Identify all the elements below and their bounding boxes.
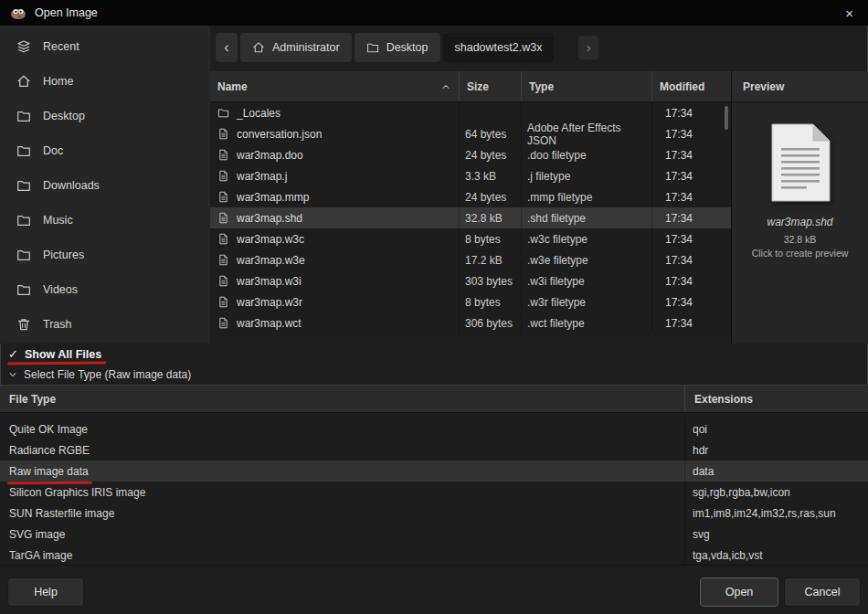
preview-hint: Click to create preview	[732, 248, 868, 259]
column-header-file-type[interactable]: File Type	[0, 386, 685, 412]
file-icon	[217, 254, 229, 266]
help-button[interactable]: Help	[7, 577, 84, 607]
chevron-down-icon	[7, 369, 18, 380]
file-row-locales[interactable]: _Locales 17:34	[210, 102, 731, 123]
chevron-right-icon: ›	[587, 40, 591, 55]
file-type-row-quite-ok-image[interactable]: Quite OK Image qoi	[0, 418, 868, 439]
file-row-war3map-w3r[interactable]: war3map.w3r 8 bytes .w3r filetype 17:34	[210, 291, 731, 312]
open-button[interactable]: Open	[700, 577, 778, 607]
back-button[interactable]: ‹	[216, 33, 238, 62]
file-icon	[217, 233, 229, 245]
select-file-type-label: Select File Type (Raw image data)	[24, 368, 191, 381]
sidebar-item-trash[interactable]: Trash	[0, 307, 210, 342]
folder-icon	[16, 248, 31, 262]
file-icon	[217, 212, 229, 224]
breadcrumb-shadowtest2[interactable]: shadowtest2.w3x	[443, 33, 555, 62]
folder-icon	[217, 107, 229, 119]
sidebar-item-downloads[interactable]: Downloads	[0, 168, 210, 203]
file-type-row-sgi-iris[interactable]: Silicon Graphics IRIS image sgi,rgb,rgba…	[0, 482, 868, 503]
file-row-war3map-j[interactable]: war3map.j 3.3 kB .j filetype 17:34	[210, 165, 731, 186]
title-bar: Open Image ×	[0, 0, 868, 26]
file-icon	[217, 296, 229, 308]
file-row-war3map-mmp[interactable]: war3map.mmp 24 bytes .mmp filetype 17:34	[210, 186, 731, 207]
dialog-footer: Help Open Cancel	[0, 565, 868, 614]
preview-panel[interactable]: Preview war3map.shd 32.8 kB Click to cre…	[731, 71, 868, 344]
column-header-size[interactable]: Size	[460, 71, 522, 101]
file-type-row-raw-image-data[interactable]: Raw image data data	[0, 460, 868, 482]
window-title: Open Image	[35, 6, 98, 19]
folder-icon	[16, 213, 31, 228]
column-header-modified[interactable]: Modified	[652, 71, 731, 101]
folder-icon	[16, 109, 31, 123]
preview-header: Preview	[732, 71, 868, 102]
folder-icon	[16, 178, 31, 193]
column-header-name[interactable]: Name	[210, 71, 460, 101]
close-icon[interactable]: ×	[840, 5, 859, 22]
open-image-dialog: { "window": { "title": "Open Image" }, "…	[0, 0, 868, 614]
sidebar-item-pictures[interactable]: Pictures	[0, 238, 210, 272]
file-row-war3map-w3e[interactable]: war3map.w3e 17.2 kB .w3e filetype 17:34	[210, 249, 731, 270]
file-type-row-targa-image[interactable]: TarGA image tga,vda,icb,vst	[0, 545, 868, 565]
breadcrumb-desktop[interactable]: Desktop	[355, 33, 440, 62]
sidebar-item-recent[interactable]: Recent	[0, 29, 210, 64]
file-icon	[217, 275, 229, 287]
places-sidebar: Recent Home Desktop Doc Downloads Music …	[0, 26, 210, 344]
annotation-underline-raw-image-data	[7, 482, 92, 485]
checkmark-icon: ✓	[8, 347, 18, 361]
file-icon	[217, 170, 229, 182]
file-icon	[217, 191, 229, 203]
column-header-extensions[interactable]: Extensions	[685, 386, 868, 412]
file-row-war3map-shd[interactable]: war3map.shd 32.8 kB .shd filetype 17:34	[210, 207, 731, 228]
file-type-list: Quite OK Image qoi Radiance RGBE hdr Raw…	[0, 413, 868, 565]
folder-icon	[366, 41, 379, 54]
breadcrumb: ‹ Administrator Desktop shadowtest2.w3x …	[210, 26, 868, 69]
sidebar-item-doc[interactable]: Doc	[0, 133, 210, 168]
document-preview-icon	[767, 122, 833, 203]
annotation-underline-show-all-files	[7, 362, 106, 365]
file-row-war3map-doo[interactable]: war3map.doo 24 bytes .doo filetype 17:34	[210, 144, 731, 165]
preview-body[interactable]: war3map.shd 32.8 kB Click to create prev…	[732, 122, 868, 259]
file-type-row-sun-rasterfile[interactable]: SUN Rasterfile image im1,im8,im24,im32,r…	[0, 503, 868, 524]
file-icon	[217, 149, 229, 161]
sidebar-item-music[interactable]: Music	[0, 203, 210, 238]
file-type-row-svg-image[interactable]: SVG image svg	[0, 524, 868, 545]
file-row-war3map-w3i[interactable]: war3map.w3i 303 bytes .w3i filetype 17:3…	[210, 270, 731, 291]
file-list-scrollbar[interactable]	[725, 106, 728, 130]
file-row-war3map-wct[interactable]: war3map.wct 306 bytes .wct filetype 17:3…	[210, 312, 731, 333]
trash-icon	[16, 317, 31, 332]
recent-icon	[16, 39, 31, 54]
file-list: _Locales 17:34 conversation.json 64 byte…	[210, 102, 731, 336]
file-type-row-radiance-rgbe[interactable]: Radiance RGBE hdr	[0, 439, 868, 460]
cancel-button[interactable]: Cancel	[784, 577, 861, 607]
app-wilber-icon	[9, 5, 27, 20]
column-header-type[interactable]: Type	[522, 71, 652, 101]
home-icon	[252, 41, 265, 54]
sidebar-item-home[interactable]: Home	[0, 64, 210, 99]
breadcrumb-administrator[interactable]: Administrator	[240, 33, 352, 62]
file-icon	[217, 317, 229, 329]
file-type-table-header: File Type Extensions	[0, 385, 868, 413]
file-list-header: Name Size Type Modified	[210, 71, 731, 102]
chevron-left-icon: ‹	[224, 39, 228, 56]
file-icon	[217, 128, 229, 140]
select-file-type-expander[interactable]: Select File Type (Raw image data)	[0, 365, 191, 384]
sidebar-item-desktop[interactable]: Desktop	[0, 99, 210, 133]
preview-filesize: 32.8 kB	[732, 234, 868, 245]
file-row-conversation-json[interactable]: conversation.json 64 bytes Adobe After E…	[210, 123, 731, 144]
preview-filename: war3map.shd	[732, 216, 868, 228]
sidebar-item-videos[interactable]: Videos	[0, 272, 210, 307]
file-row-war3map-w3c[interactable]: war3map.w3c 8 bytes .w3c filetype 17:34	[210, 228, 731, 249]
forward-button[interactable]: ›	[578, 36, 598, 59]
folder-icon	[16, 143, 31, 158]
home-icon	[16, 74, 31, 89]
sort-ascending-icon	[440, 81, 451, 92]
folder-icon	[16, 282, 31, 297]
show-all-files-label: Show All Files	[25, 348, 101, 361]
